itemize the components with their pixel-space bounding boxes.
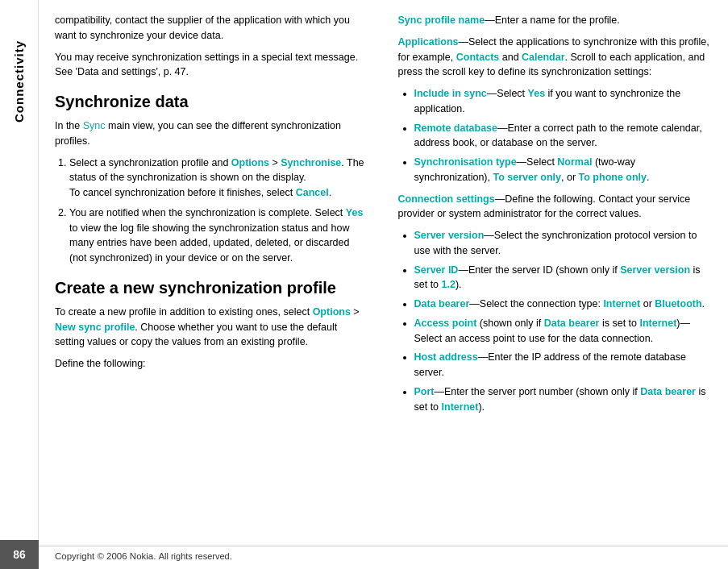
cancel-link: Cancel [296, 187, 329, 198]
main-content: compatibility, contact the supplier of t… [39, 0, 728, 569]
data-bearer-link3: Data bearer [640, 386, 696, 397]
create-intro-paragraph: To create a new profile in addition to e… [55, 305, 369, 350]
rights-text: All rights reserved. [159, 551, 232, 561]
internet-link3: Internet [442, 401, 479, 413]
step-1: Select a synchronization profile and Opt… [69, 156, 369, 201]
and-text: and [499, 52, 522, 63]
normal-link: Normal [557, 156, 592, 168]
bullet-sync-type: Synchronisation type—Select Normal (two-… [414, 155, 713, 185]
intro-text-2: You may receive synchronization settings… [55, 50, 369, 81]
heading-create-profile: Create a new synchronization profile [55, 276, 369, 300]
applications-paragraph: Applications—Select the applications to … [398, 35, 713, 80]
sync-profile-name-link: Sync profile name [398, 15, 485, 26]
sync-link: Sync [83, 120, 106, 131]
footer: Copyright © 2006 Nokia. All rights reser… [39, 546, 728, 561]
access-point-text2: is set to [599, 318, 639, 329]
sidebar-label: Connectivity [12, 40, 26, 123]
page-number: 86 [13, 548, 26, 561]
steps-list: Select a synchronization profile and Opt… [69, 156, 369, 266]
to-server-only-link: To server only [493, 172, 561, 183]
bluetooth-link: Bluetooth [655, 298, 701, 309]
bullet-server-version: Server version—Select the synchronizatio… [414, 228, 713, 259]
left-column: compatibility, contact the supplier of t… [55, 13, 384, 537]
data-bearer-text3: . [702, 298, 705, 309]
step-2: You are notified when the synchronizatio… [69, 206, 369, 266]
connection-settings-paragraph: Connection settings—Define the following… [398, 192, 713, 222]
access-point-link: Access point [414, 318, 477, 329]
page-container: Connectivity 86 compatibility, contact t… [0, 0, 728, 569]
sync-type-link: Synchronisation type [414, 156, 517, 168]
step1-text-mid: > [269, 157, 281, 168]
bullet-include-in-sync: Include in sync—Select Yes if you want t… [414, 86, 713, 117]
conn-bullets: Server version—Select the synchronizatio… [414, 228, 713, 414]
sync-type-text: —Select [517, 156, 558, 168]
data-bearer-text: —Select the connection type: [469, 298, 603, 309]
internet-link2: Internet [640, 318, 677, 329]
sync-intro-paragraph: In the Sync main view, you can see the d… [55, 118, 369, 149]
bullet-server-id: Server ID—Enter the server ID (shown onl… [414, 263, 713, 293]
right-column: Sync profile name—Enter a name for the p… [384, 13, 713, 537]
include-in-sync-link: Include in sync [414, 88, 487, 99]
data-bearer-link: Data bearer [414, 298, 470, 309]
synchronise-link: Synchronise [281, 157, 341, 168]
calendar-link: Calendar [522, 52, 565, 63]
step1-subtext2: . [329, 187, 331, 198]
applications-link: Applications [398, 36, 459, 48]
contacts-link: Contacts [456, 52, 499, 63]
access-point-text: (shown only if [476, 318, 543, 329]
sync-type-text4: . [647, 172, 649, 183]
include-text: —Select [487, 88, 528, 99]
step2-text-after: to view the log file showing the synchro… [69, 222, 349, 264]
server-version-link: Server version [414, 230, 485, 241]
port-text: —Enter the server port number (shown onl… [435, 386, 641, 397]
page-number-bar: 86 [0, 540, 39, 569]
intro-text-1: compatibility, contact the supplier of t… [55, 13, 369, 44]
apps-bullets: Include in sync—Select Yes if you want t… [414, 86, 713, 185]
heading-synchronize-data: Synchronize data [55, 89, 369, 114]
sync-intro-text: In the [55, 120, 83, 131]
step1-subtext: To cancel synchronization before it fini… [69, 187, 296, 198]
port-link: Port [414, 386, 435, 397]
define-text: Define the following: [55, 356, 369, 372]
bullet-host-address: Host address—Enter the IP address of the… [414, 350, 713, 380]
sync-type-text3: , or [561, 172, 579, 183]
connection-settings-link: Connection settings [398, 193, 495, 205]
step1-text-before: Select a synchronization profile and [69, 157, 231, 168]
bullet-data-bearer: Data bearer—Select the connection type: … [414, 297, 713, 312]
host-address-link: Host address [414, 351, 478, 363]
data-bearer-text2: or [640, 298, 655, 309]
server-version-link2: Server version [620, 264, 690, 276]
server-id-link: Server ID [414, 264, 459, 276]
create-text2: > [351, 306, 360, 318]
step2-text-before: You are notified when the synchronizatio… [69, 207, 346, 218]
create-options-link: Options [313, 306, 351, 318]
yes-link2: Yes [528, 88, 546, 99]
internet-link: Internet [603, 298, 640, 309]
bullet-remote-database: Remote database—Enter a correct path to … [414, 121, 713, 152]
port-text3: ). [478, 401, 485, 413]
copyright-text: Copyright © 2006 Nokia. [55, 551, 159, 561]
yes-link: Yes [346, 207, 364, 218]
remote-database-link: Remote database [414, 123, 498, 134]
sidebar: Connectivity 86 [0, 0, 39, 569]
to-phone-only-link: To phone only [579, 172, 647, 183]
bullet-access-point: Access point (shown only if Data bearer … [414, 316, 713, 347]
sync-profile-name-text: —Enter a name for the profile. [485, 15, 619, 26]
bullet-port: Port—Enter the server port number (shown… [414, 384, 713, 415]
options-link: Options [231, 157, 269, 168]
sync-profile-name-paragraph: Sync profile name—Enter a name for the p… [398, 13, 713, 28]
create-intro-text: To create a new profile in addition to e… [55, 306, 313, 318]
version-12-link: 1.2 [442, 279, 456, 290]
data-bearer-link2: Data bearer [544, 318, 600, 329]
server-id-text: —Enter the server ID (shown only if [458, 264, 620, 276]
new-sync-profile-link: New sync profile [55, 322, 135, 333]
server-id-text3: ). [456, 279, 462, 290]
